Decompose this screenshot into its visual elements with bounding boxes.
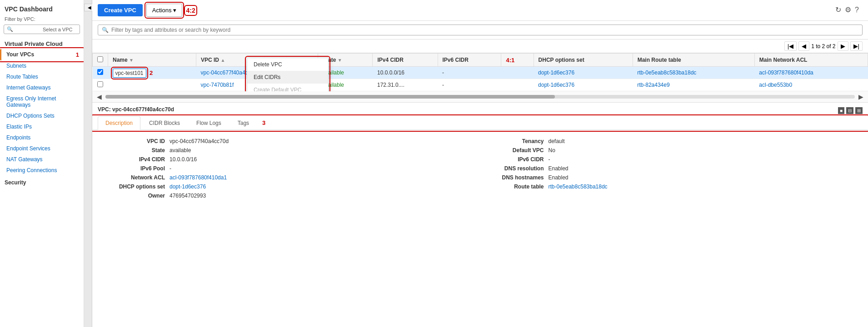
sidebar: VPC Dashboard Filter by VPC: 🔍 Select a … xyxy=(0,0,84,327)
sidebar-item-peering[interactable]: Peering Connections xyxy=(0,165,84,176)
detail-icon-1[interactable]: ■ xyxy=(838,107,844,114)
empty-cell xyxy=(501,67,534,79)
field-value[interactable]: acl-093f787680f410da1 xyxy=(170,174,227,181)
sidebar-item-endpoints[interactable]: Endpoints xyxy=(0,132,84,143)
search-input[interactable] xyxy=(111,27,858,33)
ipv4-cell: 172.31.0.... xyxy=(373,79,438,91)
tab-cidr-label: CIDR Blocks xyxy=(149,120,180,126)
select-all-checkbox[interactable] xyxy=(97,56,103,62)
field-label: Tenancy xyxy=(480,138,544,144)
field-label: IPv6 CIDR xyxy=(480,156,544,163)
field-value: - xyxy=(549,156,550,163)
top-icons: ↻ ⚙ ? xyxy=(830,3,864,17)
field-value: - xyxy=(170,165,171,172)
sidebar-item-label: Route Tables xyxy=(6,74,38,80)
tab-tags[interactable]: Tags xyxy=(230,116,257,129)
table-row[interactable]: vpc-test101 2 vpc-04cc677f40a4cc70d avai… xyxy=(93,67,868,79)
table-row[interactable]: vpc-7470b81f available 172.31.0.... - do… xyxy=(93,79,868,91)
sidebar-item-endpoint-services[interactable]: Endpoint Services xyxy=(0,143,84,154)
annotation-badge-3: 3 xyxy=(259,119,265,126)
detail-icon-3[interactable]: ⊞ xyxy=(855,107,863,114)
toolbar: Create VPC Actions ▾ 4:2 xyxy=(92,0,868,21)
field-value: vpc-04cc677f40a4cc70d xyxy=(170,138,229,144)
security-header: Security xyxy=(0,176,84,188)
col-main-acl[interactable]: Main Network ACL xyxy=(754,54,868,67)
main-route-cell[interactable]: rtb-0e5eab8c583ba18dc xyxy=(633,67,754,79)
row-checkbox[interactable] xyxy=(97,69,103,75)
create-vpc-button[interactable]: Create VPC xyxy=(98,4,143,16)
scroll-right-button[interactable]: ▶ xyxy=(857,92,865,101)
sidebar-item-your-vpcs[interactable]: Your VPCs 1 xyxy=(0,49,84,60)
col-name[interactable]: Name ▼ xyxy=(108,54,196,67)
sidebar-item-route-tables[interactable]: Route Tables xyxy=(0,71,84,82)
tab-cidr-blocks[interactable]: CIDR Blocks xyxy=(141,116,188,129)
search-bar: 🔍 xyxy=(92,21,868,40)
detail-right-col: Tenancy default Default VPC No IPv6 CIDR… xyxy=(480,138,859,202)
search-icon: 🔍 xyxy=(102,27,109,33)
help-button[interactable]: ? xyxy=(855,6,859,14)
tab-description-label: Description xyxy=(105,120,133,126)
search-input-wrap[interactable]: 🔍 xyxy=(98,25,863,35)
edit-cidrs-menu-item[interactable]: Edit CIDRs xyxy=(247,71,328,84)
sidebar-item-label: Internet Gateways xyxy=(6,84,50,91)
detail-tabs: Description CIDR Blocks Flow Logs Tags 3 xyxy=(92,116,868,130)
sidebar-item-egress-gateways[interactable]: Egress Only Internet Gateways xyxy=(0,93,84,110)
scroll-left-button[interactable]: ◀ xyxy=(95,92,104,101)
delete-vpc-menu-item[interactable]: Delete VPC xyxy=(247,58,328,71)
row-checkbox[interactable] xyxy=(97,81,103,87)
ipv4-cell: 10.0.0.0/16 xyxy=(373,67,438,79)
settings-button[interactable]: ⚙ xyxy=(845,5,851,14)
pagination-text: 1 to 2 of 2 xyxy=(811,43,835,50)
dropdown-chevron-icon: ▾ xyxy=(173,7,176,14)
field-label: VPC ID xyxy=(101,138,165,144)
pagination-last-button[interactable]: ▶| xyxy=(850,41,863,51)
col-ipv6[interactable]: IPv6 CIDR xyxy=(438,54,501,67)
tab-flow-logs[interactable]: Flow Logs xyxy=(189,116,229,129)
main-route-cell[interactable]: rtb-82a434e9 xyxy=(633,79,754,91)
detail-field-ipv6-cidr: IPv6 CIDR - xyxy=(480,156,859,163)
field-value: Enabled xyxy=(549,165,569,172)
sidebar-item-label: DHCP Options Sets xyxy=(6,113,55,119)
tab-tags-label: Tags xyxy=(238,120,249,126)
vpc-select[interactable]: 🔍 Select a VPC xyxy=(4,25,80,34)
pagination-first-button[interactable]: |◀ xyxy=(784,41,797,51)
sidebar-item-nat-gateways[interactable]: NAT Gateways xyxy=(0,154,84,165)
sidebar-item-subnets[interactable]: Subnets xyxy=(0,60,84,71)
sidebar-item-elastic-ips[interactable]: Elastic IPs xyxy=(0,121,84,132)
field-value: No xyxy=(549,147,555,154)
pagination-next-button[interactable]: ▶ xyxy=(838,41,848,51)
main-acl-cell[interactable]: acl-093f787680f410da xyxy=(754,67,868,79)
sidebar-item-dhcp-options[interactable]: DHCP Options Sets xyxy=(0,110,84,121)
actions-button[interactable]: Actions ▾ xyxy=(146,4,183,17)
detail-field-dhcp: DHCP options set dopt-1d6ec376 xyxy=(101,183,480,190)
sidebar-item-label: Elastic IPs xyxy=(6,124,32,130)
field-value[interactable]: rtb-0e5eab8c583ba18dc xyxy=(549,183,608,190)
dhcp-cell[interactable]: dopt-1d6ec376 xyxy=(534,67,633,79)
field-label: Route table xyxy=(480,183,544,190)
annotation-badge-2: 2 xyxy=(150,69,153,76)
col-ipv4[interactable]: IPv4 CIDR xyxy=(373,54,438,67)
detail-icon-2[interactable]: ⊟ xyxy=(846,107,853,114)
detail-field-owner: Owner 476954702993 xyxy=(101,193,480,199)
sidebar-item-internet-gateways[interactable]: Internet Gateways xyxy=(0,82,84,93)
detail-vpc-id: vpc-04cc677f40a4cc70d xyxy=(112,106,174,113)
vpc-name-cell[interactable]: vpc-test101 xyxy=(113,69,146,78)
sidebar-item-label: Peering Connections xyxy=(6,167,57,173)
vpc-select-label: Select a VPC xyxy=(43,27,77,32)
field-label: Default VPC xyxy=(480,147,544,154)
detail-content: VPC ID vpc-04cc677f40a4cc70d State avail… xyxy=(92,134,868,205)
main-acl-cell[interactable]: acl-dbe553b0 xyxy=(754,79,868,91)
tab-description[interactable]: Description xyxy=(98,116,140,130)
col-dhcp[interactable]: DHCP options set xyxy=(534,54,633,67)
field-value[interactable]: dopt-1d6ec376 xyxy=(170,183,206,190)
dhcp-cell[interactable]: dopt-1d6ec376 xyxy=(534,79,633,91)
field-label: IPv4 CIDR xyxy=(101,156,165,163)
refresh-button[interactable]: ↻ xyxy=(835,5,841,14)
sidebar-item-label: NAT Gateways xyxy=(6,156,43,163)
col-main-route[interactable]: Main Route table xyxy=(633,54,754,67)
sidebar-item-label: Endpoint Services xyxy=(6,145,50,152)
sort-icon-name: ▼ xyxy=(129,58,134,63)
pagination-prev-button[interactable]: ◀ xyxy=(798,41,809,51)
sort-icon-state: ▼ xyxy=(338,58,342,63)
field-label: DNS hostnames xyxy=(480,174,544,181)
